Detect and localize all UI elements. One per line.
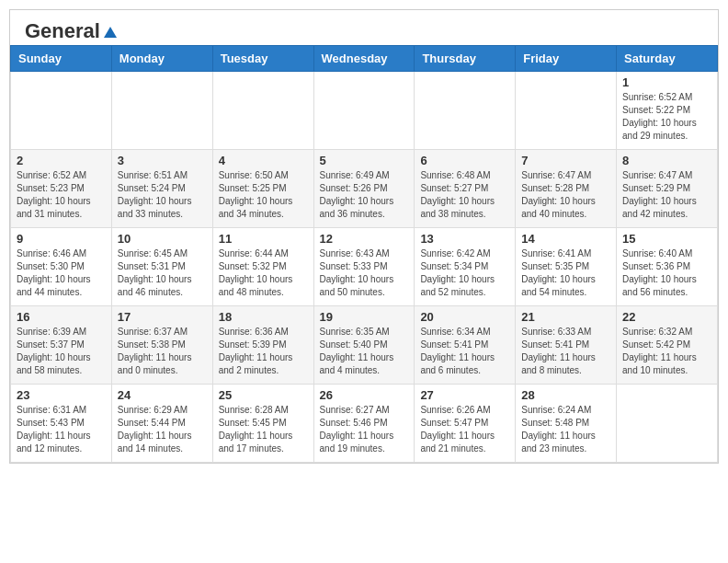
calendar-day-cell: 7Sunrise: 6:47 AM Sunset: 5:28 PM Daylig… bbox=[516, 150, 617, 228]
day-info: Sunrise: 6:31 AM Sunset: 5:43 PM Dayligh… bbox=[17, 404, 106, 455]
day-info: Sunrise: 6:29 AM Sunset: 5:44 PM Dayligh… bbox=[118, 404, 207, 455]
day-info: Sunrise: 6:50 AM Sunset: 5:25 PM Dayligh… bbox=[219, 169, 308, 221]
calendar-day-cell: 2Sunrise: 6:52 AM Sunset: 5:23 PM Daylig… bbox=[11, 150, 112, 228]
calendar-day-cell: 27Sunrise: 6:26 AM Sunset: 5:47 PM Dayli… bbox=[415, 385, 516, 463]
day-info: Sunrise: 6:28 AM Sunset: 5:45 PM Dayligh… bbox=[219, 404, 308, 455]
calendar-day-cell bbox=[313, 72, 415, 150]
day-number: 21 bbox=[521, 310, 610, 324]
day-number: 7 bbox=[521, 154, 610, 167]
calendar-day-cell: 3Sunrise: 6:51 AM Sunset: 5:24 PM Daylig… bbox=[111, 150, 212, 228]
day-info: Sunrise: 6:45 AM Sunset: 5:31 PM Dayligh… bbox=[118, 247, 207, 299]
calendar-day-cell: 15Sunrise: 6:40 AM Sunset: 5:36 PM Dayli… bbox=[617, 228, 718, 306]
day-number: 13 bbox=[420, 232, 509, 246]
day-info: Sunrise: 6:47 AM Sunset: 5:29 PM Dayligh… bbox=[622, 169, 711, 221]
logo-triangle-icon bbox=[102, 23, 119, 40]
calendar-week-row: 2Sunrise: 6:52 AM Sunset: 5:23 PM Daylig… bbox=[11, 150, 718, 228]
calendar-header-wednesday: Wednesday bbox=[313, 46, 415, 72]
calendar-day-cell bbox=[415, 72, 516, 150]
day-info: Sunrise: 6:42 AM Sunset: 5:34 PM Dayligh… bbox=[420, 247, 509, 299]
calendar-day-cell: 18Sunrise: 6:36 AM Sunset: 5:39 PM Dayli… bbox=[212, 306, 313, 385]
day-info: Sunrise: 6:33 AM Sunset: 5:41 PM Dayligh… bbox=[521, 326, 610, 377]
calendar-day-cell: 13Sunrise: 6:42 AM Sunset: 5:34 PM Dayli… bbox=[415, 228, 516, 306]
calendar-day-cell: 26Sunrise: 6:27 AM Sunset: 5:46 PM Dayli… bbox=[313, 385, 415, 463]
day-info: Sunrise: 6:32 AM Sunset: 5:42 PM Dayligh… bbox=[622, 326, 711, 377]
calendar-day-cell bbox=[111, 72, 212, 150]
day-info: Sunrise: 6:37 AM Sunset: 5:38 PM Dayligh… bbox=[118, 326, 207, 377]
day-info: Sunrise: 6:49 AM Sunset: 5:26 PM Dayligh… bbox=[320, 169, 409, 221]
day-info: Sunrise: 6:36 AM Sunset: 5:39 PM Dayligh… bbox=[219, 326, 308, 377]
calendar-day-cell: 17Sunrise: 6:37 AM Sunset: 5:38 PM Dayli… bbox=[111, 306, 212, 385]
day-number: 26 bbox=[320, 388, 409, 402]
day-number: 17 bbox=[118, 310, 207, 324]
day-number: 15 bbox=[622, 232, 711, 246]
calendar-day-cell bbox=[212, 72, 313, 150]
day-info: Sunrise: 6:52 AM Sunset: 5:23 PM Dayligh… bbox=[17, 169, 106, 221]
calendar-day-cell: 11Sunrise: 6:44 AM Sunset: 5:32 PM Dayli… bbox=[212, 228, 313, 306]
day-number: 3 bbox=[118, 154, 207, 167]
day-number: 8 bbox=[622, 154, 711, 167]
calendar-header-monday: Monday bbox=[111, 46, 212, 72]
day-number: 22 bbox=[622, 310, 711, 324]
calendar-header-row: SundayMondayTuesdayWednesdayThursdayFrid… bbox=[11, 46, 718, 72]
day-number: 2 bbox=[17, 154, 106, 167]
day-number: 5 bbox=[320, 154, 409, 167]
calendar-day-cell: 1Sunrise: 6:52 AM Sunset: 5:22 PM Daylig… bbox=[617, 72, 718, 150]
day-info: Sunrise: 6:46 AM Sunset: 5:30 PM Dayligh… bbox=[17, 247, 106, 299]
calendar-week-row: 23Sunrise: 6:31 AM Sunset: 5:43 PM Dayli… bbox=[11, 385, 718, 463]
svg-marker-0 bbox=[104, 27, 117, 38]
calendar-week-row: 16Sunrise: 6:39 AM Sunset: 5:37 PM Dayli… bbox=[11, 306, 718, 385]
day-info: Sunrise: 6:24 AM Sunset: 5:48 PM Dayligh… bbox=[521, 404, 610, 455]
calendar-header-friday: Friday bbox=[516, 46, 617, 72]
day-number: 25 bbox=[219, 388, 308, 402]
calendar-day-cell: 8Sunrise: 6:47 AM Sunset: 5:29 PM Daylig… bbox=[617, 150, 718, 228]
calendar-day-cell: 6Sunrise: 6:48 AM Sunset: 5:27 PM Daylig… bbox=[415, 150, 516, 228]
day-number: 27 bbox=[420, 388, 509, 402]
day-info: Sunrise: 6:35 AM Sunset: 5:40 PM Dayligh… bbox=[320, 326, 409, 377]
calendar-body: 1Sunrise: 6:52 AM Sunset: 5:22 PM Daylig… bbox=[11, 72, 718, 463]
day-info: Sunrise: 6:48 AM Sunset: 5:27 PM Dayligh… bbox=[420, 169, 509, 221]
calendar-day-cell: 9Sunrise: 6:46 AM Sunset: 5:30 PM Daylig… bbox=[11, 228, 112, 306]
calendar-day-cell: 10Sunrise: 6:45 AM Sunset: 5:31 PM Dayli… bbox=[111, 228, 212, 306]
calendar-day-cell: 25Sunrise: 6:28 AM Sunset: 5:45 PM Dayli… bbox=[212, 385, 313, 463]
calendar-day-cell: 24Sunrise: 6:29 AM Sunset: 5:44 PM Dayli… bbox=[111, 385, 212, 463]
day-info: Sunrise: 6:26 AM Sunset: 5:47 PM Dayligh… bbox=[420, 404, 509, 455]
calendar-day-cell: 22Sunrise: 6:32 AM Sunset: 5:42 PM Dayli… bbox=[617, 306, 718, 385]
day-info: Sunrise: 6:51 AM Sunset: 5:24 PM Dayligh… bbox=[118, 169, 207, 221]
calendar-day-cell bbox=[516, 72, 617, 150]
calendar-header-tuesday: Tuesday bbox=[212, 46, 313, 72]
calendar-day-cell: 28Sunrise: 6:24 AM Sunset: 5:48 PM Dayli… bbox=[516, 385, 617, 463]
page-wrapper: General SundayMondayTuesdayWednesdayThur… bbox=[9, 9, 719, 464]
calendar-day-cell: 12Sunrise: 6:43 AM Sunset: 5:33 PM Dayli… bbox=[313, 228, 415, 306]
calendar-header-thursday: Thursday bbox=[415, 46, 516, 72]
calendar-day-cell: 4Sunrise: 6:50 AM Sunset: 5:25 PM Daylig… bbox=[212, 150, 313, 228]
day-number: 20 bbox=[420, 310, 509, 324]
day-number: 1 bbox=[622, 75, 711, 89]
day-info: Sunrise: 6:52 AM Sunset: 5:22 PM Dayligh… bbox=[622, 91, 711, 143]
calendar-day-cell bbox=[11, 72, 112, 150]
calendar-day-cell: 21Sunrise: 6:33 AM Sunset: 5:41 PM Dayli… bbox=[516, 306, 617, 385]
calendar-week-row: 9Sunrise: 6:46 AM Sunset: 5:30 PM Daylig… bbox=[11, 228, 718, 306]
day-info: Sunrise: 6:43 AM Sunset: 5:33 PM Dayligh… bbox=[320, 247, 409, 299]
calendar-table: SundayMondayTuesdayWednesdayThursdayFrid… bbox=[10, 45, 718, 463]
calendar-day-cell: 23Sunrise: 6:31 AM Sunset: 5:43 PM Dayli… bbox=[11, 385, 112, 463]
day-number: 24 bbox=[118, 388, 207, 402]
calendar-day-cell: 16Sunrise: 6:39 AM Sunset: 5:37 PM Dayli… bbox=[11, 306, 112, 385]
day-info: Sunrise: 6:41 AM Sunset: 5:35 PM Dayligh… bbox=[521, 247, 610, 299]
day-info: Sunrise: 6:27 AM Sunset: 5:46 PM Dayligh… bbox=[320, 404, 409, 455]
day-info: Sunrise: 6:44 AM Sunset: 5:32 PM Dayligh… bbox=[219, 247, 308, 299]
header: General bbox=[10, 10, 718, 45]
day-number: 11 bbox=[219, 232, 308, 246]
day-info: Sunrise: 6:34 AM Sunset: 5:41 PM Dayligh… bbox=[420, 326, 509, 377]
day-number: 14 bbox=[521, 232, 610, 246]
day-number: 10 bbox=[118, 232, 207, 246]
calendar-header-saturday: Saturday bbox=[617, 46, 718, 72]
logo-general: General bbox=[25, 21, 100, 41]
day-number: 4 bbox=[219, 154, 308, 167]
day-number: 16 bbox=[17, 310, 106, 324]
day-info: Sunrise: 6:40 AM Sunset: 5:36 PM Dayligh… bbox=[622, 247, 711, 299]
calendar-day-cell bbox=[617, 385, 718, 463]
day-number: 18 bbox=[219, 310, 308, 324]
day-number: 28 bbox=[521, 388, 610, 402]
calendar-header-sunday: Sunday bbox=[11, 46, 112, 72]
day-number: 19 bbox=[320, 310, 409, 324]
